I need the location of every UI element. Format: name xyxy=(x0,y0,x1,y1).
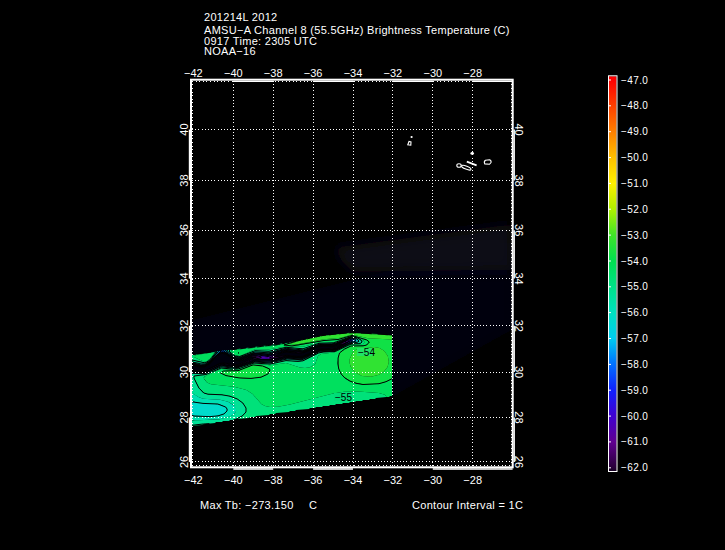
svg-text:−49.0: −49.0 xyxy=(621,126,648,137)
svg-text:−32: −32 xyxy=(384,67,403,79)
svg-text:36: 36 xyxy=(513,224,525,236)
svg-text:−53.0: −53.0 xyxy=(621,230,648,241)
svg-text:−40: −40 xyxy=(224,474,243,486)
svg-text:−38: −38 xyxy=(264,474,283,486)
svg-text:−30: −30 xyxy=(423,474,442,486)
svg-text:−42: −42 xyxy=(184,474,203,486)
svg-text:−54: −54 xyxy=(358,347,375,358)
svg-text:−52.0: −52.0 xyxy=(621,204,648,215)
svg-text:−28: −28 xyxy=(463,474,482,486)
svg-text:26: 26 xyxy=(513,456,525,468)
svg-text:−273.150: −273.150 xyxy=(245,499,294,511)
svg-text:38: 38 xyxy=(178,174,190,186)
svg-text:−55: −55 xyxy=(335,392,352,403)
svg-text:−48.0: −48.0 xyxy=(621,100,648,111)
svg-text:−58.0: −58.0 xyxy=(621,359,648,370)
svg-text:36: 36 xyxy=(178,224,190,236)
svg-text:−42: −42 xyxy=(184,67,203,79)
svg-text:−61.0: −61.0 xyxy=(621,436,648,447)
svg-text:−55.0: −55.0 xyxy=(621,281,648,292)
svg-text:32: 32 xyxy=(178,320,190,332)
svg-text:−36: −36 xyxy=(304,474,323,486)
svg-text:34: 34 xyxy=(178,272,190,284)
svg-text:−30: −30 xyxy=(423,67,442,79)
svg-text:40: 40 xyxy=(178,123,190,135)
svg-text:30: 30 xyxy=(178,366,190,378)
svg-text:NOAA−16: NOAA−16 xyxy=(204,45,256,57)
svg-text:Max Tb:: Max Tb: xyxy=(200,499,242,511)
svg-text:−34: −34 xyxy=(344,474,363,486)
svg-text:−50.0: −50.0 xyxy=(621,152,648,163)
svg-text:−38: −38 xyxy=(264,67,283,79)
svg-text:−40: −40 xyxy=(224,67,243,79)
svg-text:−51.0: −51.0 xyxy=(621,178,648,189)
svg-text:−59.0: −59.0 xyxy=(621,385,648,396)
svg-text:−28: −28 xyxy=(463,67,482,79)
svg-text:−36: −36 xyxy=(304,67,323,79)
svg-text:−56.0: −56.0 xyxy=(621,307,648,318)
svg-text:−47.0: −47.0 xyxy=(621,75,648,86)
svg-text:28: 28 xyxy=(178,411,190,423)
svg-text:−60.0: −60.0 xyxy=(621,411,648,422)
svg-text:30: 30 xyxy=(513,366,525,378)
svg-text:C: C xyxy=(309,499,317,511)
svg-text:38: 38 xyxy=(513,174,525,186)
svg-text:28: 28 xyxy=(513,411,525,423)
svg-text:40: 40 xyxy=(513,123,525,135)
svg-text:Contour Interval = 1C: Contour Interval = 1C xyxy=(412,499,523,511)
svg-text:32: 32 xyxy=(513,320,525,332)
svg-text:−34: −34 xyxy=(344,67,363,79)
svg-text:−57.0: −57.0 xyxy=(621,333,648,344)
svg-text:34: 34 xyxy=(513,272,525,284)
svg-text:−32: −32 xyxy=(384,474,403,486)
svg-text:26: 26 xyxy=(178,456,190,468)
svg-text:201214L 2012: 201214L 2012 xyxy=(204,11,278,23)
svg-text:−62.0: −62.0 xyxy=(621,462,648,473)
svg-text:−54.0: −54.0 xyxy=(621,256,648,267)
